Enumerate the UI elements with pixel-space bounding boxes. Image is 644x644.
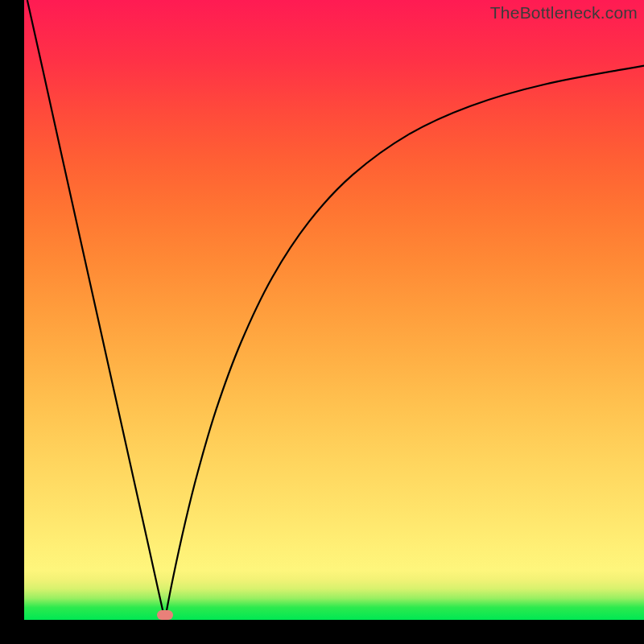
curve-right-branch: [165, 66, 644, 620]
chart-plot-area: TheBottleneck.com: [24, 0, 644, 620]
bottleneck-marker: [157, 610, 173, 620]
chart-frame: TheBottleneck.com: [0, 0, 644, 644]
chart-curve: [24, 0, 644, 620]
curve-left-branch: [27, 0, 165, 620]
